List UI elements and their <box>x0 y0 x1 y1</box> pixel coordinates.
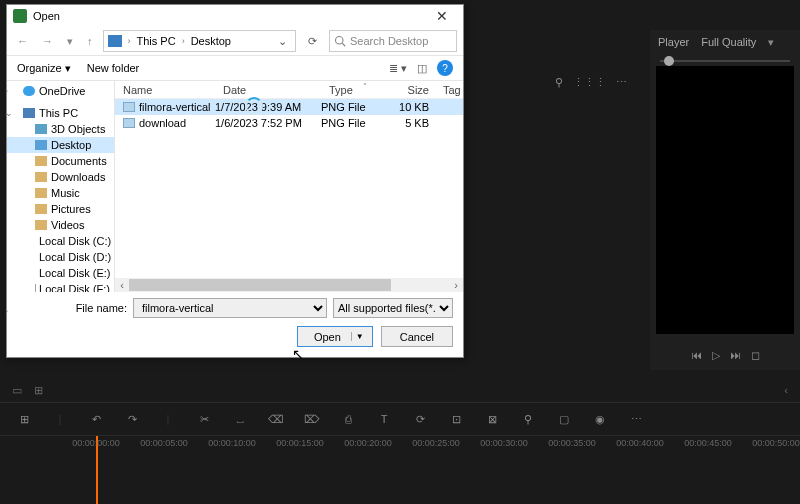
timeline-ruler[interactable]: 00:00:00:0000:00:05:0000:00:10:0000:00:1… <box>0 436 800 464</box>
ruler-tick: 00:00:25:00 <box>412 438 460 448</box>
tree-local-disk-c-[interactable]: Local Disk (C:) <box>7 233 114 249</box>
cancel-button[interactable]: Cancel <box>381 326 453 347</box>
tool-3-icon[interactable]: ↷ <box>124 413 140 426</box>
tool-1-icon: | <box>52 413 68 425</box>
ruler-tick: 00:00:15:00 <box>276 438 324 448</box>
preview-icon[interactable]: ◫ <box>417 62 427 75</box>
tool-2-icon[interactable]: ↶ <box>88 413 104 426</box>
ruler-tick: 00:00:05:00 <box>140 438 188 448</box>
breadcrumb-pc[interactable]: This PC <box>137 35 176 47</box>
ico-pic-icon <box>35 204 47 214</box>
ico-music-icon <box>35 188 47 198</box>
tool-10-icon[interactable]: T <box>376 413 392 425</box>
quality-select[interactable]: Full Quality <box>701 36 756 48</box>
filetype-filter[interactable]: All supported files(*.MP4;*.FLV; <box>333 298 453 318</box>
tool-5-icon[interactable]: ✂ <box>196 413 212 426</box>
panel2-icon[interactable]: ⊞ <box>34 384 43 397</box>
collapse-icon[interactable]: ‹ <box>784 384 788 396</box>
open-dialog: Open ✕ ← → ▾ ↑ › This PC › Desktop ⌄ ⟳ S… <box>6 4 464 358</box>
tool-8-icon[interactable]: ⌦ <box>304 413 320 426</box>
tree-local-disk-e-[interactable]: Local Disk (E:) <box>7 265 114 281</box>
tool-13-icon[interactable]: ⊠ <box>484 413 500 426</box>
tool-9-icon[interactable]: ⎙ <box>340 413 356 425</box>
tree-label: Documents <box>51 155 107 167</box>
tool-14-icon[interactable]: ⚲ <box>520 413 536 426</box>
tool-7-icon[interactable]: ⌫ <box>268 413 284 426</box>
search-input[interactable]: Search Desktop <box>329 30 457 52</box>
col-type: Type <box>321 84 385 96</box>
tool-6-icon[interactable]: ⎵ <box>232 413 248 425</box>
col-name: Name <box>115 84 215 96</box>
recent-icon[interactable]: ▾ <box>63 35 77 48</box>
timeline-tools: ⊞|↶↷|✂⎵⌫⌦⎙T⟳⊡⊠⚲▢◉⋯ <box>0 402 800 436</box>
tree-label: Local Disk (C:) <box>39 235 111 247</box>
horizontal-scrollbar[interactable]: ‹ › <box>115 278 463 292</box>
column-headers[interactable]: Name Date Type Size Tag ˄ <box>115 81 463 99</box>
tool-12-icon[interactable]: ⊡ <box>448 413 464 426</box>
breadcrumb-desktop[interactable]: Desktop <box>191 35 231 47</box>
tree-label: This PC <box>39 107 78 119</box>
help-icon[interactable]: ? <box>437 60 453 76</box>
ruler-tick: 00:00:20:00 <box>344 438 392 448</box>
tree-downloads[interactable]: Downloads <box>7 169 114 185</box>
tool-16-icon[interactable]: ◉ <box>592 413 608 426</box>
file-row[interactable]: filmora-vertical1/7/2023 9:39 AMPNG File… <box>115 99 463 115</box>
ruler-tick: 00:00:40:00 <box>616 438 664 448</box>
tree-label: Pictures <box>51 203 91 215</box>
filename-field[interactable]: filmora-vertical <box>133 298 327 318</box>
back-icon[interactable]: ← <box>13 35 32 47</box>
file-type: PNG File <box>321 101 385 113</box>
tree-3d-objects[interactable]: 3D Objects <box>7 121 114 137</box>
file-row[interactable]: download1/6/2023 7:52 PMPNG File5 KB <box>115 115 463 131</box>
file-date: 1/7/2023 9:39 AM <box>215 101 321 113</box>
col-tags: Tag <box>435 84 463 96</box>
tree-local-disk-d-[interactable]: Local Disk (D:) <box>7 249 114 265</box>
address-bar[interactable]: › This PC › Desktop ⌄ <box>103 30 297 52</box>
stop-icon[interactable]: ◻ <box>751 349 760 362</box>
tree-label: Local Disk (E:) <box>39 267 111 279</box>
ico-pc-icon <box>23 108 35 118</box>
ico-cube-icon <box>35 124 47 134</box>
tree-this-pc[interactable]: ⌄This PC <box>7 105 114 121</box>
view-icon[interactable]: ≣ ▾ <box>389 62 407 75</box>
ico-vid-icon <box>35 220 47 230</box>
tool-0-icon[interactable]: ⊞ <box>16 413 32 426</box>
next-icon[interactable]: ⏭ <box>730 349 741 361</box>
play-icon[interactable]: ▷ <box>712 349 720 362</box>
tree-label: Music <box>51 187 80 199</box>
tree-videos[interactable]: Videos <box>7 217 114 233</box>
organize-menu[interactable]: Organize ▾ <box>17 62 71 75</box>
chevron-down-icon[interactable]: ⌄ <box>274 35 291 48</box>
tree-onedrive[interactable]: ›OneDrive <box>7 83 114 99</box>
tree-local-disk-f-[interactable]: Local Disk (F:) <box>7 281 114 292</box>
file-list[interactable]: Name Date Type Size Tag ˄ filmora-vertic… <box>115 81 463 292</box>
tree-music[interactable]: Music <box>7 185 114 201</box>
nav-tree[interactable]: ›OneDrive⌄This PC3D ObjectsDesktopDocume… <box>7 81 115 292</box>
up-icon[interactable]: ↑ <box>83 35 97 47</box>
tool-11-icon[interactable]: ⟳ <box>412 413 428 426</box>
player-label: Player <box>658 36 689 48</box>
tree-label: Downloads <box>51 171 105 183</box>
sort-icon[interactable]: ⋮⋮⋮ <box>573 76 606 89</box>
open-dropdown-icon[interactable]: ▼ <box>351 332 368 341</box>
panel-icon[interactable]: ▭ <box>12 384 22 397</box>
tree-label: 3D Objects <box>51 123 105 135</box>
tree-pictures[interactable]: Pictures <box>7 201 114 217</box>
tool-15-icon[interactable]: ▢ <box>556 413 572 426</box>
tree-label: Desktop <box>51 139 91 151</box>
player-panel: Player Full Quality ▾ ⏮ ▷ ⏭ ◻ <box>650 30 800 370</box>
ico-doc-icon <box>35 156 47 166</box>
chevron-down-icon[interactable]: ▾ <box>768 36 774 49</box>
loading-spinner-icon <box>245 97 263 115</box>
more-icon[interactable]: ⋯ <box>616 76 627 89</box>
prev-icon[interactable]: ⏮ <box>691 349 702 361</box>
new-folder-button[interactable]: New folder <box>87 62 140 74</box>
tree-documents[interactable]: Documents <box>7 153 114 169</box>
file-name: download <box>139 117 186 129</box>
tool-17-icon[interactable]: ⋯ <box>628 413 644 426</box>
tree-desktop[interactable]: Desktop <box>7 137 114 153</box>
open-button[interactable]: Open▼ <box>297 326 373 347</box>
filter-icon[interactable]: ⚲ <box>555 76 563 89</box>
close-icon[interactable]: ✕ <box>427 8 457 24</box>
refresh-icon[interactable]: ⟳ <box>302 35 323 48</box>
